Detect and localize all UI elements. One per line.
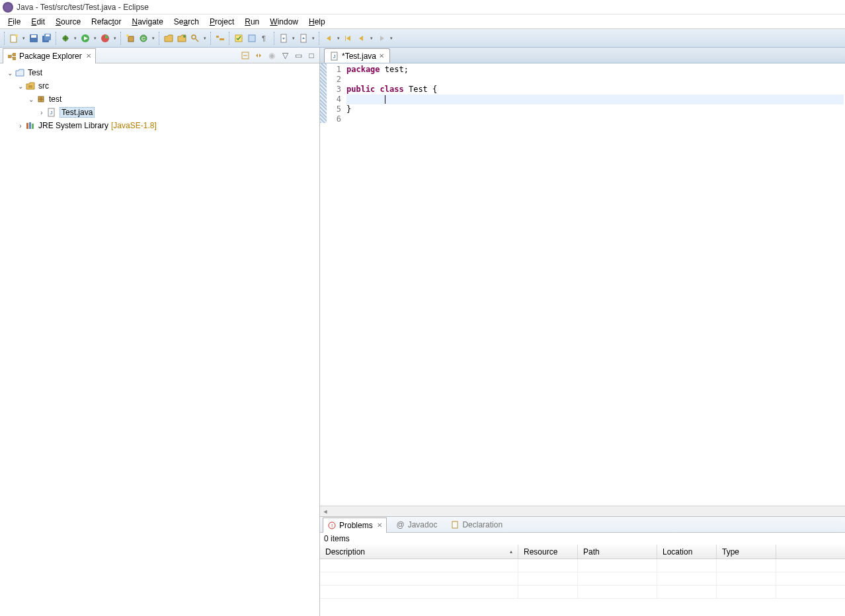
open-task-icon[interactable] — [176, 32, 188, 44]
minimize-icon[interactable]: ▭ — [293, 50, 303, 61]
forward-dropdown-icon[interactable]: ▾ — [389, 32, 394, 44]
back-to-icon[interactable] — [342, 32, 354, 44]
tree-java-file[interactable]: › J Test.java — [0, 106, 319, 119]
editor-body[interactable]: 1 2 3 4 5 6 package test; public class T… — [320, 63, 845, 506]
open-type-icon[interactable] — [163, 32, 175, 44]
save-all-icon[interactable] — [41, 32, 53, 44]
save-icon[interactable] — [28, 32, 40, 44]
run-icon[interactable] — [79, 32, 91, 44]
link-editor-icon[interactable] — [253, 50, 264, 61]
menu-project[interactable]: Project — [204, 16, 239, 28]
menu-edit[interactable]: Edit — [26, 16, 50, 28]
view-menu-icon[interactable]: ▽ — [280, 50, 290, 61]
debug-dropdown-icon[interactable]: ▾ — [73, 32, 78, 44]
col-location[interactable]: Location — [657, 545, 717, 558]
menu-search[interactable]: Search — [169, 16, 204, 28]
focus-task-icon[interactable]: ◉ — [266, 50, 277, 61]
tree-project[interactable]: ⌄ Test — [0, 66, 319, 79]
last-edit-dropdown-icon[interactable]: ▾ — [336, 32, 341, 44]
twisty-expanded-icon[interactable]: ⌄ — [16, 83, 25, 90]
next-annotation-dropdown-icon[interactable]: ▾ — [291, 32, 296, 44]
editor-horizontal-scrollbar[interactable]: ◄ — [320, 506, 845, 516]
bottom-panel: ! Problems ✕ @ Javadoc Declaration 0 ite… — [320, 517, 845, 616]
tab-javadoc[interactable]: @ Javadoc — [392, 519, 442, 531]
code-area[interactable]: package test; public class Test { } — [345, 63, 845, 506]
coverage-dropdown-icon[interactable]: ▾ — [112, 32, 118, 44]
menu-run[interactable]: Run — [239, 16, 264, 28]
problems-table[interactable]: Description▴ Resource Path Location Type — [320, 545, 845, 616]
back-dropdown-icon[interactable]: ▾ — [369, 32, 374, 44]
last-edit-icon[interactable] — [323, 32, 335, 44]
tree-jre-library[interactable]: › JRE System Library [JavaSE-1.8] — [0, 119, 319, 132]
eclipse-icon — [3, 2, 13, 13]
tab-declaration[interactable]: Declaration — [446, 519, 506, 531]
svg-rect-47 — [26, 123, 28, 129]
toggle-block-icon[interactable] — [246, 32, 258, 44]
new-package-icon[interactable] — [124, 32, 136, 44]
next-annotation-icon[interactable] — [278, 32, 290, 44]
svg-rect-31 — [345, 36, 346, 41]
col-type[interactable]: Type — [717, 545, 776, 558]
search-dropdown-icon[interactable]: ▾ — [202, 32, 208, 44]
scroll-left-icon[interactable]: ◄ — [320, 508, 331, 515]
tree-src-folder[interactable]: ⌄ src — [0, 79, 319, 93]
text-cursor — [385, 95, 385, 104]
close-icon[interactable]: ✕ — [86, 52, 91, 59]
menu-help[interactable]: Help — [303, 16, 331, 28]
debug-icon[interactable] — [60, 32, 71, 44]
maximize-icon[interactable]: □ — [306, 50, 317, 61]
menu-file[interactable]: File — [3, 16, 26, 28]
back-icon[interactable] — [356, 32, 368, 44]
tab-problems[interactable]: ! Problems ✕ — [323, 518, 387, 533]
toggle-mark-icon[interactable] — [233, 32, 245, 44]
close-icon[interactable]: ✕ — [379, 52, 384, 59]
table-row[interactable] — [320, 559, 845, 572]
editor-tabbar: J *Test.java ✕ — [320, 48, 845, 63]
prev-annotation-icon[interactable] — [298, 32, 309, 44]
tree-package[interactable]: ⌄ test — [0, 93, 319, 106]
show-whitespace-icon[interactable]: ¶ — [259, 32, 271, 44]
menu-window[interactable]: Window — [264, 16, 303, 28]
coverage-icon[interactable] — [99, 32, 111, 44]
table-row[interactable] — [320, 572, 845, 586]
tab-javadoc-label: Javadoc — [408, 520, 438, 529]
sort-asc-icon: ▴ — [510, 549, 512, 555]
new-dropdown-icon[interactable]: ▾ — [21, 32, 26, 44]
package-explorer-icon — [7, 52, 17, 61]
new-class-dropdown-icon[interactable]: ▾ — [151, 32, 156, 44]
forward-icon[interactable] — [376, 32, 387, 44]
svg-line-37 — [11, 54, 13, 56]
col-resource[interactable]: Resource — [518, 545, 578, 558]
svg-point-14 — [126, 34, 129, 37]
close-icon[interactable]: ✕ — [377, 521, 382, 529]
svg-text:¶: ¶ — [262, 34, 266, 42]
twisty-expanded-icon[interactable]: ⌄ — [5, 69, 15, 77]
package-explorer-tab[interactable]: Package Explorer ✕ — [3, 48, 96, 63]
svg-rect-41 — [28, 85, 32, 88]
run-dropdown-icon[interactable]: ▾ — [93, 32, 98, 44]
new-icon[interactable] — [8, 32, 20, 44]
twisty-collapsed-icon[interactable]: › — [37, 109, 46, 116]
toggle-breadcrumb-icon[interactable] — [214, 32, 226, 44]
tree-label: Test.java — [60, 107, 95, 118]
svg-text:!: ! — [331, 523, 333, 529]
bottom-tabbar: ! Problems ✕ @ Javadoc Declaration — [320, 517, 845, 533]
menu-source[interactable]: Source — [50, 16, 86, 28]
new-class-icon[interactable]: C — [138, 32, 149, 44]
menu-navigate[interactable]: Navigate — [126, 16, 168, 28]
twisty-expanded-icon[interactable]: ⌄ — [26, 96, 36, 103]
twisty-collapsed-icon[interactable]: › — [16, 122, 25, 130]
col-description[interactable]: Description▴ — [320, 545, 518, 558]
right-area: J *Test.java ✕ 1 2 3 4 5 6 package test; — [320, 48, 845, 616]
search-icon[interactable] — [189, 32, 201, 44]
editor-area: J *Test.java ✕ 1 2 3 4 5 6 package test; — [320, 48, 845, 517]
prev-annotation-dropdown-icon[interactable]: ▾ — [311, 32, 316, 44]
editor-tab-testjava[interactable]: J *Test.java ✕ — [324, 48, 390, 63]
col-path[interactable]: Path — [578, 545, 657, 558]
table-row[interactable] — [320, 586, 845, 599]
svg-rect-23 — [249, 35, 255, 42]
source-folder-icon — [25, 81, 36, 91]
menu-refactor[interactable]: Refactor — [86, 16, 126, 28]
package-explorer-tree[interactable]: ⌄ Test ⌄ src ⌄ test › J Test.java › — [0, 63, 319, 616]
collapse-all-icon[interactable] — [240, 50, 251, 61]
